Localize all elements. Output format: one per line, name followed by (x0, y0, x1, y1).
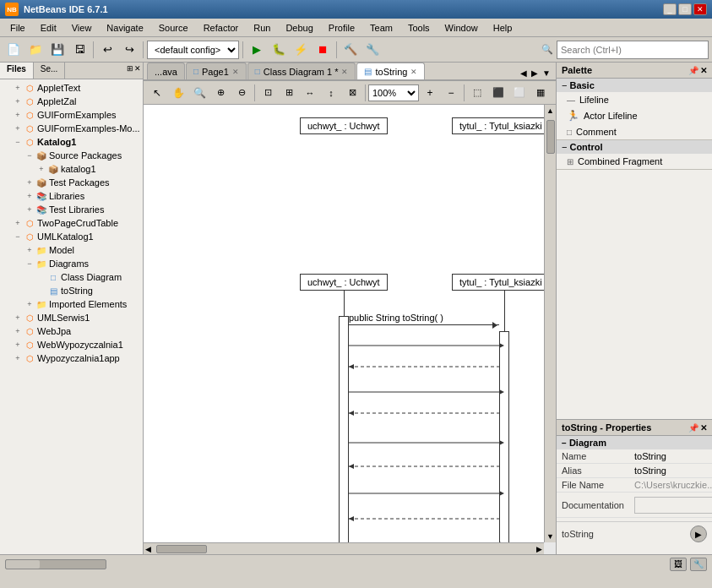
stop-button[interactable]: ⏹ (313, 40, 333, 60)
menu-profile[interactable]: Profile (322, 21, 361, 35)
hscroll-left[interactable]: ◀ (144, 545, 153, 553)
props-value-name[interactable]: toString (629, 449, 712, 464)
palette-basic-header[interactable]: − Basic (557, 79, 712, 92)
tab-class-diagram[interactable]: □ Class Diagram 1 * ✕ (247, 63, 356, 79)
expand-icon[interactable]: − (24, 258, 35, 270)
tab-java[interactable]: ...ava (147, 63, 185, 79)
hscroll-thumb[interactable] (156, 545, 207, 553)
menu-run[interactable]: Run (247, 21, 277, 35)
scroll-thumb-v[interactable] (546, 120, 555, 154)
menu-help[interactable]: Help (486, 21, 519, 35)
fit-view[interactable]: ⊡ (258, 83, 278, 103)
tab-page1-close[interactable]: ✕ (232, 68, 239, 76)
menu-source[interactable]: Source (152, 21, 195, 35)
scroll-left-button[interactable]: ◀ (519, 68, 529, 78)
close-button[interactable]: ✕ (693, 3, 707, 15)
menu-debug[interactable]: Debug (279, 21, 319, 35)
menu-edit[interactable]: Edit (34, 21, 63, 35)
expand-icon[interactable]: + (35, 163, 47, 175)
props-value-documentation[interactable] (629, 493, 712, 518)
run-button[interactable]: ▶ (247, 40, 267, 60)
zoom-out-btn[interactable]: − (441, 83, 461, 103)
menu-tools[interactable]: Tools (401, 21, 437, 35)
tool-h[interactable]: ⬜ (509, 83, 530, 103)
zoom-select[interactable]: 100% 75% 50% 125% (368, 84, 419, 101)
props-pin[interactable]: 📌 (688, 423, 698, 433)
expand-icon[interactable]: − (24, 150, 35, 161)
menu-window[interactable]: Window (438, 21, 485, 35)
tree-item-applettext[interactable]: + ⬡ AppletText (12, 81, 143, 95)
expand-icon[interactable]: + (12, 82, 24, 94)
tab-tostring-close[interactable]: ✕ (410, 68, 417, 76)
clean-button[interactable]: 🔧 (362, 40, 383, 60)
props-nav-button[interactable]: ▶ (690, 525, 707, 542)
vertical-scrollbar[interactable]: ▲ ▼ (544, 105, 556, 542)
tool-i[interactable]: ▦ (530, 83, 551, 103)
tree-item-libraries[interactable]: + 📚 Libraries (24, 189, 143, 203)
tab-tostring[interactable]: ▤ toString ✕ (356, 63, 425, 79)
palette-item-lifeline[interactable]: — Lifeline (557, 92, 712, 107)
status-icon-1[interactable]: 🖼 (670, 558, 687, 571)
left-panel-close[interactable]: ✕ (134, 64, 141, 77)
profile-button[interactable]: ⚡ (291, 40, 311, 60)
tree-item-class-diagram[interactable]: □ Class Diagram (35, 270, 143, 284)
tree-item-webjpa[interactable]: + ⬡ WebJpa (12, 324, 143, 338)
tool-b[interactable]: ⊞ (279, 83, 299, 103)
expand-icon[interactable]: + (12, 312, 24, 324)
palette-item-comment[interactable]: □ Comment (557, 124, 712, 139)
expand-icon[interactable]: + (12, 339, 24, 351)
statusbar-scrollbar[interactable] (5, 559, 106, 569)
props-close[interactable]: ✕ (700, 423, 707, 433)
tab-page1[interactable]: □ Page1 ✕ (186, 63, 247, 79)
tree-item-wypozyczalnia1app[interactable]: + ⬡ Wypozyczalnia1app (12, 351, 143, 365)
tree-item-twopage[interactable]: + ⬡ TwoPageCrudTable (12, 216, 143, 230)
expand-icon[interactable]: + (12, 325, 24, 337)
maximize-button[interactable]: □ (678, 3, 692, 15)
tree-item-katalog1-pkg[interactable]: + 📦 katalog1 (35, 162, 143, 176)
menu-file[interactable]: File (3, 21, 32, 35)
tree-item-source-packages[interactable]: − 📦 Source Packages (24, 149, 143, 162)
menu-team[interactable]: Team (363, 21, 399, 35)
services-tab[interactable]: Se... (34, 63, 66, 79)
palette-item-actor-lifeline[interactable]: 🏃 Actor Lifeline (557, 107, 712, 124)
tree-item-katalog1[interactable]: − ⬡ Katalog1 (12, 135, 143, 149)
tool-c[interactable]: ↔ (300, 83, 320, 103)
build-button[interactable]: 🔨 (340, 40, 361, 60)
menu-navigate[interactable]: Navigate (100, 21, 149, 35)
expand-icon[interactable]: + (24, 177, 35, 188)
tab-class-diagram-close[interactable]: ✕ (341, 68, 348, 76)
new-button[interactable]: 📄 (3, 40, 24, 60)
tool-g[interactable]: ⬛ (488, 83, 508, 103)
tree-item-diagrams[interactable]: − 📁 Diagrams (24, 257, 143, 270)
tree-item-model[interactable]: + 📁 Model (24, 243, 143, 257)
config-select[interactable]: <default config> (147, 41, 239, 59)
save-button[interactable]: 💾 (47, 40, 68, 60)
expand-icon[interactable]: − (12, 136, 24, 148)
files-tab[interactable]: Files (0, 63, 34, 79)
tool-f[interactable]: ⬚ (467, 83, 487, 103)
redo-button[interactable]: ↪ (119, 40, 139, 60)
left-panel-options[interactable]: ⊞ (127, 64, 133, 77)
palette-pin[interactable]: 📌 (688, 66, 698, 75)
tree-item-guiformexamples-mo[interactable]: + ⬡ GUIFormExamples-Mo... (12, 122, 143, 135)
tree-item-test-packages[interactable]: + 📦 Test Packages (24, 176, 143, 189)
status-icon-2[interactable]: 🔧 (690, 558, 707, 571)
tree-item-tostring[interactable]: ▤ toString (35, 284, 143, 297)
tab-dropdown-button[interactable]: ▼ (541, 68, 552, 78)
tree-item-appletzal[interactable]: + ⬡ AppletZal (12, 95, 143, 108)
tree-item-webwypozyczalnia[interactable]: + ⬡ WebWypozyczalnia1 (12, 338, 143, 351)
menu-refactor[interactable]: Refactor (197, 21, 246, 35)
zoom-tool[interactable]: 🔍 (189, 83, 209, 103)
zoom-in[interactable]: ⊕ (210, 83, 231, 103)
scroll-right-button[interactable]: ▶ (530, 68, 540, 78)
palette-control-header[interactable]: − Control (557, 140, 712, 154)
tool-d[interactable]: ↕ (321, 83, 341, 103)
zoom-in-btn[interactable]: + (420, 83, 440, 103)
expand-icon[interactable]: − (12, 231, 24, 242)
palette-item-combined-fragment[interactable]: ⊞ Combined Fragment (557, 154, 712, 169)
statusbar-thumb[interactable] (6, 560, 40, 569)
tree-item-umlserwis1[interactable]: + ⬡ UMLSerwis1 (12, 311, 143, 324)
tree-item-guiformexamples[interactable]: + ⬡ GUIFormExamples (12, 108, 143, 122)
pan-tool[interactable]: ✋ (168, 83, 188, 103)
save-all-button[interactable]: 🖫 (69, 40, 90, 60)
